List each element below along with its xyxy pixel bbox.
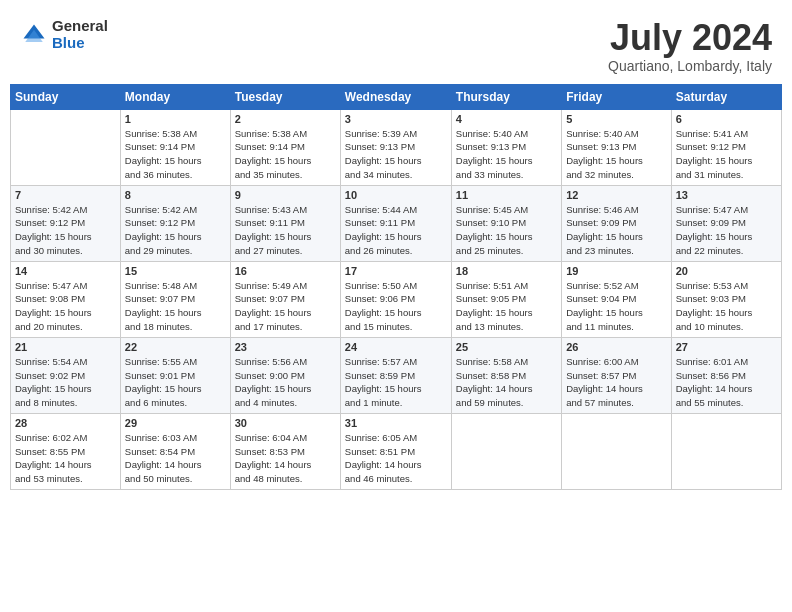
day-info: Sunrise: 5:42 AMSunset: 9:12 PMDaylight:…	[15, 203, 116, 258]
day-info: Sunrise: 5:55 AMSunset: 9:01 PMDaylight:…	[125, 355, 226, 410]
day-number: 22	[125, 341, 226, 353]
day-cell	[671, 413, 781, 489]
day-number: 16	[235, 265, 336, 277]
day-number: 2	[235, 113, 336, 125]
day-info: Sunrise: 5:51 AMSunset: 9:05 PMDaylight:…	[456, 279, 557, 334]
day-number: 4	[456, 113, 557, 125]
day-info: Sunrise: 6:01 AMSunset: 8:56 PMDaylight:…	[676, 355, 777, 410]
day-info: Sunrise: 5:50 AMSunset: 9:06 PMDaylight:…	[345, 279, 447, 334]
header-wednesday: Wednesday	[340, 84, 451, 109]
day-info: Sunrise: 5:58 AMSunset: 8:58 PMDaylight:…	[456, 355, 557, 410]
day-number: 5	[566, 113, 666, 125]
day-number: 28	[15, 417, 116, 429]
day-cell: 22Sunrise: 5:55 AMSunset: 9:01 PMDayligh…	[120, 337, 230, 413]
day-info: Sunrise: 5:47 AMSunset: 9:09 PMDaylight:…	[676, 203, 777, 258]
day-info: Sunrise: 5:47 AMSunset: 9:08 PMDaylight:…	[15, 279, 116, 334]
day-cell: 25Sunrise: 5:58 AMSunset: 8:58 PMDayligh…	[451, 337, 561, 413]
day-cell: 5Sunrise: 5:40 AMSunset: 9:13 PMDaylight…	[562, 109, 671, 185]
day-cell	[11, 109, 121, 185]
week-row-4: 21Sunrise: 5:54 AMSunset: 9:02 PMDayligh…	[11, 337, 782, 413]
week-row-5: 28Sunrise: 6:02 AMSunset: 8:55 PMDayligh…	[11, 413, 782, 489]
day-number: 26	[566, 341, 666, 353]
day-cell: 26Sunrise: 6:00 AMSunset: 8:57 PMDayligh…	[562, 337, 671, 413]
day-cell: 29Sunrise: 6:03 AMSunset: 8:54 PMDayligh…	[120, 413, 230, 489]
day-info: Sunrise: 6:04 AMSunset: 8:53 PMDaylight:…	[235, 431, 336, 486]
day-info: Sunrise: 5:48 AMSunset: 9:07 PMDaylight:…	[125, 279, 226, 334]
week-row-3: 14Sunrise: 5:47 AMSunset: 9:08 PMDayligh…	[11, 261, 782, 337]
title-block: July 2024 Quartiano, Lombardy, Italy	[608, 18, 772, 74]
day-cell: 19Sunrise: 5:52 AMSunset: 9:04 PMDayligh…	[562, 261, 671, 337]
day-cell: 17Sunrise: 5:50 AMSunset: 9:06 PMDayligh…	[340, 261, 451, 337]
day-cell: 1Sunrise: 5:38 AMSunset: 9:14 PMDaylight…	[120, 109, 230, 185]
header-tuesday: Tuesday	[230, 84, 340, 109]
logo: General Blue	[20, 18, 108, 51]
day-number: 25	[456, 341, 557, 353]
day-number: 14	[15, 265, 116, 277]
day-cell: 27Sunrise: 6:01 AMSunset: 8:56 PMDayligh…	[671, 337, 781, 413]
day-info: Sunrise: 6:03 AMSunset: 8:54 PMDaylight:…	[125, 431, 226, 486]
day-info: Sunrise: 6:02 AMSunset: 8:55 PMDaylight:…	[15, 431, 116, 486]
day-number: 11	[456, 189, 557, 201]
week-row-2: 7Sunrise: 5:42 AMSunset: 9:12 PMDaylight…	[11, 185, 782, 261]
day-number: 18	[456, 265, 557, 277]
day-cell	[562, 413, 671, 489]
day-cell: 4Sunrise: 5:40 AMSunset: 9:13 PMDaylight…	[451, 109, 561, 185]
day-number: 10	[345, 189, 447, 201]
calendar-title: July 2024	[608, 18, 772, 58]
day-cell: 2Sunrise: 5:38 AMSunset: 9:14 PMDaylight…	[230, 109, 340, 185]
day-cell: 31Sunrise: 6:05 AMSunset: 8:51 PMDayligh…	[340, 413, 451, 489]
day-cell	[451, 413, 561, 489]
day-number: 8	[125, 189, 226, 201]
day-number: 1	[125, 113, 226, 125]
calendar-location: Quartiano, Lombardy, Italy	[608, 58, 772, 74]
day-info: Sunrise: 5:40 AMSunset: 9:13 PMDaylight:…	[566, 127, 666, 182]
day-info: Sunrise: 5:57 AMSunset: 8:59 PMDaylight:…	[345, 355, 447, 410]
day-info: Sunrise: 5:45 AMSunset: 9:10 PMDaylight:…	[456, 203, 557, 258]
day-info: Sunrise: 5:56 AMSunset: 9:00 PMDaylight:…	[235, 355, 336, 410]
day-cell: 24Sunrise: 5:57 AMSunset: 8:59 PMDayligh…	[340, 337, 451, 413]
day-cell: 13Sunrise: 5:47 AMSunset: 9:09 PMDayligh…	[671, 185, 781, 261]
day-number: 12	[566, 189, 666, 201]
day-cell: 8Sunrise: 5:42 AMSunset: 9:12 PMDaylight…	[120, 185, 230, 261]
day-cell: 14Sunrise: 5:47 AMSunset: 9:08 PMDayligh…	[11, 261, 121, 337]
day-cell: 23Sunrise: 5:56 AMSunset: 9:00 PMDayligh…	[230, 337, 340, 413]
day-number: 15	[125, 265, 226, 277]
logo-blue-text: Blue	[52, 35, 108, 52]
day-info: Sunrise: 5:40 AMSunset: 9:13 PMDaylight:…	[456, 127, 557, 182]
day-cell: 20Sunrise: 5:53 AMSunset: 9:03 PMDayligh…	[671, 261, 781, 337]
logo-general-text: General	[52, 18, 108, 35]
header-friday: Friday	[562, 84, 671, 109]
day-cell: 11Sunrise: 5:45 AMSunset: 9:10 PMDayligh…	[451, 185, 561, 261]
day-number: 20	[676, 265, 777, 277]
day-cell: 28Sunrise: 6:02 AMSunset: 8:55 PMDayligh…	[11, 413, 121, 489]
day-cell: 9Sunrise: 5:43 AMSunset: 9:11 PMDaylight…	[230, 185, 340, 261]
day-number: 31	[345, 417, 447, 429]
day-info: Sunrise: 5:41 AMSunset: 9:12 PMDaylight:…	[676, 127, 777, 182]
day-info: Sunrise: 5:54 AMSunset: 9:02 PMDaylight:…	[15, 355, 116, 410]
week-row-1: 1Sunrise: 5:38 AMSunset: 9:14 PMDaylight…	[11, 109, 782, 185]
day-info: Sunrise: 5:43 AMSunset: 9:11 PMDaylight:…	[235, 203, 336, 258]
page-header: General Blue July 2024 Quartiano, Lombar…	[10, 10, 782, 80]
day-number: 19	[566, 265, 666, 277]
day-number: 3	[345, 113, 447, 125]
day-number: 29	[125, 417, 226, 429]
day-number: 13	[676, 189, 777, 201]
calendar-table: SundayMondayTuesdayWednesdayThursdayFrid…	[10, 84, 782, 490]
day-cell: 21Sunrise: 5:54 AMSunset: 9:02 PMDayligh…	[11, 337, 121, 413]
header-monday: Monday	[120, 84, 230, 109]
header-thursday: Thursday	[451, 84, 561, 109]
day-cell: 6Sunrise: 5:41 AMSunset: 9:12 PMDaylight…	[671, 109, 781, 185]
day-info: Sunrise: 5:52 AMSunset: 9:04 PMDaylight:…	[566, 279, 666, 334]
day-cell: 18Sunrise: 5:51 AMSunset: 9:05 PMDayligh…	[451, 261, 561, 337]
day-cell: 30Sunrise: 6:04 AMSunset: 8:53 PMDayligh…	[230, 413, 340, 489]
day-cell: 10Sunrise: 5:44 AMSunset: 9:11 PMDayligh…	[340, 185, 451, 261]
day-number: 6	[676, 113, 777, 125]
day-cell: 7Sunrise: 5:42 AMSunset: 9:12 PMDaylight…	[11, 185, 121, 261]
day-cell: 3Sunrise: 5:39 AMSunset: 9:13 PMDaylight…	[340, 109, 451, 185]
day-info: Sunrise: 5:44 AMSunset: 9:11 PMDaylight:…	[345, 203, 447, 258]
calendar-header-row: SundayMondayTuesdayWednesdayThursdayFrid…	[11, 84, 782, 109]
day-number: 21	[15, 341, 116, 353]
day-number: 30	[235, 417, 336, 429]
day-info: Sunrise: 5:38 AMSunset: 9:14 PMDaylight:…	[235, 127, 336, 182]
day-number: 27	[676, 341, 777, 353]
